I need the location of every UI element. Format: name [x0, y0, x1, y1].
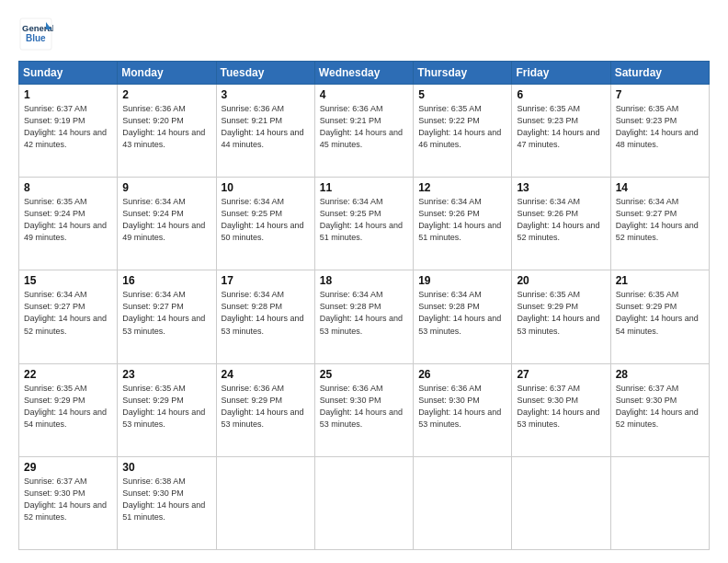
calendar-cell: 13 Sunrise: 6:34 AMSunset: 9:26 PMDaylig… [512, 178, 610, 270]
calendar-cell [610, 456, 709, 549]
day-header-sunday: Sunday [19, 62, 118, 85]
logo: General Blue [18, 17, 53, 52]
day-info: Sunrise: 6:35 AMSunset: 9:29 PMDaylight:… [517, 290, 599, 335]
day-info: Sunrise: 6:34 AMSunset: 9:27 PMDaylight:… [24, 290, 107, 335]
calendar-cell [314, 456, 413, 549]
calendar-cell: 17 Sunrise: 6:34 AMSunset: 9:28 PMDaylig… [216, 270, 314, 363]
calendar-cell: 26 Sunrise: 6:36 AMSunset: 9:30 PMDaylig… [414, 363, 512, 456]
day-info: Sunrise: 6:34 AMSunset: 9:28 PMDaylight:… [320, 290, 403, 335]
calendar-cell: 7 Sunrise: 6:35 AMSunset: 9:23 PMDayligh… [610, 85, 709, 178]
day-info: Sunrise: 6:36 AMSunset: 9:21 PMDaylight:… [320, 104, 403, 149]
logo-svg: General Blue [18, 17, 53, 52]
day-info: Sunrise: 6:34 AMSunset: 9:28 PMDaylight:… [418, 290, 501, 335]
calendar-cell: 23 Sunrise: 6:35 AMSunset: 9:29 PMDaylig… [118, 363, 216, 456]
calendar-cell: 29 Sunrise: 6:37 AMSunset: 9:30 PMDaylig… [19, 456, 118, 549]
day-number: 12 [418, 181, 506, 194]
calendar-cell: 8 Sunrise: 6:35 AMSunset: 9:24 PMDayligh… [19, 178, 118, 270]
calendar-cell: 25 Sunrise: 6:36 AMSunset: 9:30 PMDaylig… [314, 363, 413, 456]
day-info: Sunrise: 6:36 AMSunset: 9:21 PMDaylight:… [222, 104, 304, 149]
day-number: 23 [122, 368, 210, 381]
calendar-cell: 9 Sunrise: 6:34 AMSunset: 9:24 PMDayligh… [118, 178, 216, 270]
calendar-cell: 19 Sunrise: 6:34 AMSunset: 9:28 PMDaylig… [414, 270, 512, 363]
day-info: Sunrise: 6:37 AMSunset: 9:19 PMDaylight:… [24, 104, 107, 149]
day-info: Sunrise: 6:37 AMSunset: 9:30 PMDaylight:… [616, 384, 699, 429]
day-header-friday: Friday [512, 62, 610, 85]
day-number: 18 [320, 274, 408, 287]
day-number: 13 [517, 181, 605, 194]
day-info: Sunrise: 6:35 AMSunset: 9:24 PMDaylight:… [24, 197, 107, 242]
day-number: 8 [24, 181, 112, 194]
page: General Blue SundayMondayTuesdayWednesda… [0, 0, 728, 563]
calendar-cell: 2 Sunrise: 6:36 AMSunset: 9:20 PMDayligh… [118, 85, 216, 178]
calendar-cell: 14 Sunrise: 6:34 AMSunset: 9:27 PMDaylig… [610, 178, 709, 270]
day-number: 15 [24, 274, 112, 287]
day-number: 1 [24, 88, 112, 101]
day-number: 29 [24, 461, 112, 474]
calendar-cell: 21 Sunrise: 6:35 AMSunset: 9:29 PMDaylig… [610, 270, 709, 363]
day-info: Sunrise: 6:34 AMSunset: 9:28 PMDaylight:… [222, 290, 304, 335]
day-info: Sunrise: 6:35 AMSunset: 9:29 PMDaylight:… [24, 384, 107, 429]
day-number: 27 [517, 368, 605, 381]
calendar-cell: 11 Sunrise: 6:34 AMSunset: 9:25 PMDaylig… [314, 178, 413, 270]
day-number: 6 [517, 88, 605, 101]
day-number: 14 [616, 181, 704, 194]
day-header-monday: Monday [118, 62, 216, 85]
calendar-cell [512, 456, 610, 549]
week-row-4: 22 Sunrise: 6:35 AMSunset: 9:29 PMDaylig… [19, 363, 710, 456]
calendar-cell: 24 Sunrise: 6:36 AMSunset: 9:29 PMDaylig… [216, 363, 314, 456]
day-info: Sunrise: 6:36 AMSunset: 9:20 PMDaylight:… [122, 104, 205, 149]
day-number: 19 [418, 274, 506, 287]
calendar-cell: 22 Sunrise: 6:35 AMSunset: 9:29 PMDaylig… [19, 363, 118, 456]
day-number: 7 [616, 88, 704, 101]
day-info: Sunrise: 6:34 AMSunset: 9:27 PMDaylight:… [616, 197, 699, 242]
day-number: 24 [222, 368, 310, 381]
calendar-cell: 3 Sunrise: 6:36 AMSunset: 9:21 PMDayligh… [216, 85, 314, 178]
calendar-cell: 1 Sunrise: 6:37 AMSunset: 9:19 PMDayligh… [19, 85, 118, 178]
day-number: 3 [222, 88, 310, 101]
day-number: 16 [122, 274, 210, 287]
day-info: Sunrise: 6:34 AMSunset: 9:25 PMDaylight:… [222, 197, 304, 242]
calendar-cell: 27 Sunrise: 6:37 AMSunset: 9:30 PMDaylig… [512, 363, 610, 456]
calendar-cell: 16 Sunrise: 6:34 AMSunset: 9:27 PMDaylig… [118, 270, 216, 363]
day-info: Sunrise: 6:34 AMSunset: 9:27 PMDaylight:… [122, 290, 205, 335]
calendar-cell: 18 Sunrise: 6:34 AMSunset: 9:28 PMDaylig… [314, 270, 413, 363]
calendar-cell: 12 Sunrise: 6:34 AMSunset: 9:26 PMDaylig… [414, 178, 512, 270]
day-number: 11 [320, 181, 408, 194]
day-number: 22 [24, 368, 112, 381]
day-info: Sunrise: 6:36 AMSunset: 9:29 PMDaylight:… [222, 384, 304, 429]
day-number: 20 [517, 274, 605, 287]
day-header-wednesday: Wednesday [314, 62, 413, 85]
day-info: Sunrise: 6:35 AMSunset: 9:23 PMDaylight:… [616, 104, 699, 149]
day-info: Sunrise: 6:34 AMSunset: 9:26 PMDaylight:… [418, 197, 501, 242]
day-info: Sunrise: 6:34 AMSunset: 9:24 PMDaylight:… [122, 197, 205, 242]
calendar-cell: 5 Sunrise: 6:35 AMSunset: 9:22 PMDayligh… [414, 85, 512, 178]
day-number: 4 [320, 88, 408, 101]
day-number: 10 [222, 181, 310, 194]
calendar-cell [414, 456, 512, 549]
calendar-cell: 4 Sunrise: 6:36 AMSunset: 9:21 PMDayligh… [314, 85, 413, 178]
day-number: 9 [122, 181, 210, 194]
week-row-2: 8 Sunrise: 6:35 AMSunset: 9:24 PMDayligh… [19, 178, 710, 270]
day-number: 17 [222, 274, 310, 287]
day-header-saturday: Saturday [610, 62, 709, 85]
calendar-header-row: SundayMondayTuesdayWednesdayThursdayFrid… [19, 62, 710, 85]
header: General Blue [18, 17, 710, 52]
week-row-1: 1 Sunrise: 6:37 AMSunset: 9:19 PMDayligh… [19, 85, 710, 178]
day-info: Sunrise: 6:37 AMSunset: 9:30 PMDaylight:… [517, 384, 599, 429]
day-info: Sunrise: 6:35 AMSunset: 9:22 PMDaylight:… [418, 104, 501, 149]
week-row-3: 15 Sunrise: 6:34 AMSunset: 9:27 PMDaylig… [19, 270, 710, 363]
day-info: Sunrise: 6:34 AMSunset: 9:26 PMDaylight:… [517, 197, 599, 242]
calendar-cell: 20 Sunrise: 6:35 AMSunset: 9:29 PMDaylig… [512, 270, 610, 363]
day-info: Sunrise: 6:37 AMSunset: 9:30 PMDaylight:… [24, 477, 107, 522]
day-number: 25 [320, 368, 408, 381]
day-info: Sunrise: 6:35 AMSunset: 9:29 PMDaylight:… [122, 384, 205, 429]
calendar-cell [216, 456, 314, 549]
week-row-5: 29 Sunrise: 6:37 AMSunset: 9:30 PMDaylig… [19, 456, 710, 549]
calendar-table: SundayMondayTuesdayWednesdayThursdayFrid… [18, 61, 710, 550]
day-info: Sunrise: 6:35 AMSunset: 9:29 PMDaylight:… [616, 290, 699, 335]
calendar-cell: 15 Sunrise: 6:34 AMSunset: 9:27 PMDaylig… [19, 270, 118, 363]
calendar-cell: 6 Sunrise: 6:35 AMSunset: 9:23 PMDayligh… [512, 85, 610, 178]
day-info: Sunrise: 6:36 AMSunset: 9:30 PMDaylight:… [320, 384, 403, 429]
calendar-cell: 10 Sunrise: 6:34 AMSunset: 9:25 PMDaylig… [216, 178, 314, 270]
day-info: Sunrise: 6:35 AMSunset: 9:23 PMDaylight:… [517, 104, 599, 149]
